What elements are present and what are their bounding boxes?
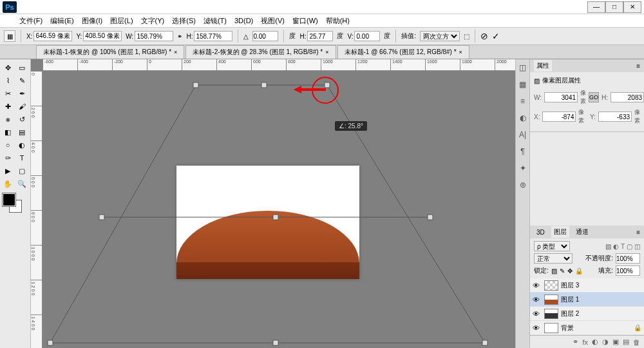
prop-h-field[interactable] [611,92,644,102]
visibility-icon[interactable]: 👁 [533,310,542,318]
layer-item[interactable]: 👁图层 2 [530,307,644,321]
lock-trans-icon[interactable]: ▨ [551,267,557,275]
x-field[interactable] [33,31,72,41]
doc-tab-1[interactable]: 未标题-1-恢复的 @ 100% (图层 1, RGB/8#) *× [36,45,184,59]
prop-y-field[interactable] [598,111,632,122]
layer-name[interactable]: 图层 1 [561,295,579,304]
visibility-icon[interactable]: 👁 [533,282,542,289]
layer-name[interactable]: 背景 [561,324,574,333]
lasso-tool[interactable]: ⌇ [1,75,14,86]
filter-pixel-icon[interactable]: ▨ [605,243,611,250]
filter-adjust-icon[interactable]: ◐ [613,243,619,250]
brush-tool[interactable]: 🖌 [15,101,28,112]
swatches-panel-icon[interactable]: ≡ [520,97,525,106]
libraries-panel-icon[interactable]: ⊚ [520,180,526,189]
blur-tool[interactable]: ○ [1,139,14,151]
crop-tool[interactable]: ✂ [1,88,14,99]
prop-w-field[interactable] [544,92,578,102]
hand-tool[interactable]: ✋ [1,178,14,189]
interp-select[interactable]: 两次立方 [420,31,460,41]
menu-filter[interactable]: 滤镜(T) [204,16,227,26]
tab-layers[interactable]: 图层 [551,226,569,238]
close-button[interactable]: ✕ [623,1,641,13]
layer-thumb[interactable] [544,280,558,291]
filter-type-icon[interactable]: T [621,243,625,250]
shape-tool[interactable]: ▢ [15,165,28,177]
lock-pos-icon[interactable]: ✥ [567,267,573,275]
history-brush-tool[interactable]: ↺ [15,113,28,125]
group-icon[interactable]: ▣ [612,338,619,346]
maximize-button[interactable]: □ [605,1,623,13]
close-icon[interactable]: × [459,49,462,55]
menu-3d[interactable]: 3D(D) [234,17,253,24]
path-select-tool[interactable]: ▶ [1,165,14,177]
delete-layer-icon[interactable]: 🗑 [633,338,640,346]
link-wh-button[interactable]: GO [589,92,599,102]
close-icon[interactable]: × [325,49,328,55]
dodge-tool[interactable]: ◐ [15,139,28,151]
angle-field[interactable] [252,31,278,41]
layer-item[interactable]: 👁图层 1 [530,293,644,307]
layer-filter-select[interactable]: ρ 类型 [534,241,570,251]
close-icon[interactable]: × [174,49,177,55]
hskew-field[interactable] [307,31,333,41]
menu-image[interactable]: 图像(I) [82,16,102,26]
opacity-field[interactable] [616,253,640,264]
w-field[interactable] [135,31,173,41]
zoom-tool[interactable]: 🔍 [15,178,28,189]
transform-ref-icon[interactable]: ▦ [4,30,15,42]
visibility-icon[interactable]: 👁 [533,296,542,304]
cancel-transform-icon[interactable]: ⊘ [480,31,488,41]
type-tool[interactable]: T [15,152,28,164]
layer-thumb[interactable] [544,309,558,319]
character-panel-icon[interactable]: A| [519,130,526,139]
menu-help[interactable]: 帮助(H) [326,16,350,26]
styles-panel-icon[interactable]: ✦ [520,164,526,173]
layer-name[interactable]: 图层 3 [561,281,579,290]
adjustments-panel-icon[interactable]: ◐ [520,113,526,122]
eyedropper-tool[interactable]: ✒ [15,88,28,99]
layer-item[interactable]: 👁图层 3 [530,278,644,293]
menu-type[interactable]: 文字(Y) [141,16,165,26]
quick-select-tool[interactable]: ✎ [15,75,28,86]
menu-select[interactable]: 选择(S) [172,16,196,26]
marquee-tool[interactable]: ▭ [15,62,28,73]
visibility-icon[interactable]: 👁 [533,324,542,332]
layer-mask-icon[interactable]: ◐ [592,338,598,346]
prop-x-field[interactable] [542,111,576,122]
link-layers-icon[interactable]: ⚭ [573,338,578,346]
layer-thumb[interactable] [544,295,558,305]
commit-transform-icon[interactable]: ✓ [492,31,500,41]
tab-3d[interactable]: 3D [534,227,547,237]
layer-item[interactable]: 👁背景🔒 [530,321,644,335]
fg-color-swatch[interactable] [3,193,15,206]
menu-window[interactable]: 窗口(W) [292,16,318,26]
history-panel-icon[interactable]: ◫ [519,63,526,72]
layer-name[interactable]: 图层 2 [561,309,579,318]
blend-mode-select[interactable]: 正常 [534,253,573,264]
minimize-button[interactable]: — [587,1,605,13]
adjustment-layer-icon[interactable]: ◑ [602,338,609,346]
layer-style-icon[interactable]: fx [582,338,588,346]
panel-menu-icon[interactable]: ≡ [636,63,640,70]
gradient-tool[interactable]: ▤ [15,126,28,138]
vskew-field[interactable] [354,31,380,41]
layer-thumb[interactable] [544,323,558,333]
filter-shape-icon[interactable]: ▢ [627,243,632,250]
move-tool[interactable]: ✥ [1,62,14,73]
lock-all-icon[interactable]: 🔒 [575,267,583,275]
color-panel-icon[interactable]: ▦ [519,80,526,89]
canvas-area[interactable]: -600-400-2000200400600800100012001400160… [31,59,515,348]
menu-file[interactable]: 文件(F) [19,16,43,26]
warp-icon[interactable]: ⬚ [464,33,469,40]
doc-tab-3[interactable]: 未标题-1 @ 66.7% (图层 12, RGB/8#) *× [337,45,469,59]
heal-tool[interactable]: ✚ [1,101,14,112]
filter-smart-icon[interactable]: ◫ [634,243,640,250]
eraser-tool[interactable]: ◧ [1,126,14,138]
menu-layer[interactable]: 图层(L) [110,16,133,26]
new-layer-icon[interactable]: ▤ [623,338,629,346]
fill-field[interactable] [616,266,640,276]
tab-channels[interactable]: 通道 [573,226,591,238]
menu-edit[interactable]: 编辑(E) [50,16,74,26]
doc-tab-2[interactable]: 未标题-2-恢复的 @ 28.3% (图层 1, RGB/8#) *× [185,45,336,59]
